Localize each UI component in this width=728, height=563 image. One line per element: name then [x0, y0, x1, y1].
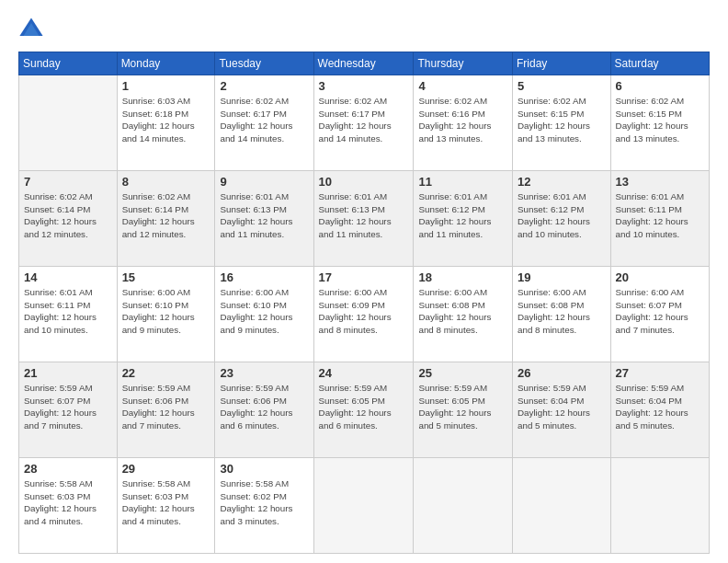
- day-number: 13: [616, 175, 704, 189]
- day-info: Sunrise: 6:00 AM Sunset: 6:08 PM Dayligh…: [518, 286, 606, 337]
- header-cell-tuesday: Tuesday: [215, 52, 313, 75]
- day-number: 24: [319, 366, 409, 380]
- calendar-header-row: SundayMondayTuesdayWednesdayThursdayFrid…: [19, 52, 710, 75]
- day-cell: [610, 458, 709, 554]
- header-cell-friday: Friday: [513, 52, 611, 75]
- day-number: 11: [418, 175, 507, 189]
- day-info: Sunrise: 6:02 AM Sunset: 6:16 PM Dayligh…: [418, 95, 507, 145]
- day-number: 8: [122, 175, 210, 189]
- week-row-2: 7Sunrise: 6:02 AM Sunset: 6:14 PM Daylig…: [19, 171, 710, 267]
- day-cell: 21Sunrise: 5:59 AM Sunset: 6:07 PM Dayli…: [19, 362, 118, 458]
- day-number: 22: [122, 366, 210, 380]
- day-info: Sunrise: 6:02 AM Sunset: 6:14 PM Dayligh…: [24, 190, 112, 241]
- week-row-1: 1Sunrise: 6:03 AM Sunset: 6:18 PM Daylig…: [19, 75, 710, 171]
- day-number: 16: [220, 270, 308, 284]
- day-info: Sunrise: 6:00 AM Sunset: 6:10 PM Dayligh…: [122, 286, 210, 337]
- week-row-4: 21Sunrise: 5:59 AM Sunset: 6:07 PM Dayli…: [19, 362, 710, 458]
- day-number: 20: [616, 270, 704, 284]
- day-info: Sunrise: 5:58 AM Sunset: 6:02 PM Dayligh…: [220, 477, 308, 528]
- day-cell: 29Sunrise: 5:58 AM Sunset: 6:03 PM Dayli…: [117, 458, 215, 554]
- day-cell: 16Sunrise: 6:00 AM Sunset: 6:10 PM Dayli…: [215, 267, 313, 362]
- day-info: Sunrise: 5:58 AM Sunset: 6:03 PM Dayligh…: [24, 477, 112, 528]
- logo: [18, 17, 48, 42]
- day-number: 23: [220, 366, 308, 380]
- day-number: 26: [518, 366, 606, 380]
- day-cell: 17Sunrise: 6:00 AM Sunset: 6:09 PM Dayli…: [313, 267, 414, 362]
- day-info: Sunrise: 5:59 AM Sunset: 6:05 PM Dayligh…: [319, 382, 409, 432]
- day-info: Sunrise: 6:02 AM Sunset: 6:14 PM Dayligh…: [122, 190, 210, 241]
- day-cell: 1Sunrise: 6:03 AM Sunset: 6:18 PM Daylig…: [117, 75, 215, 171]
- header-cell-wednesday: Wednesday: [313, 52, 414, 75]
- day-info: Sunrise: 6:02 AM Sunset: 6:15 PM Dayligh…: [518, 95, 606, 145]
- day-cell: [513, 458, 611, 554]
- day-info: Sunrise: 5:59 AM Sunset: 6:06 PM Dayligh…: [220, 382, 308, 432]
- day-info: Sunrise: 5:59 AM Sunset: 6:07 PM Dayligh…: [24, 382, 112, 432]
- day-info: Sunrise: 6:01 AM Sunset: 6:11 PM Dayligh…: [616, 190, 704, 241]
- day-number: 2: [220, 79, 308, 93]
- day-cell: 4Sunrise: 6:02 AM Sunset: 6:16 PM Daylig…: [414, 75, 513, 171]
- day-number: 17: [319, 270, 409, 284]
- day-info: Sunrise: 6:02 AM Sunset: 6:17 PM Dayligh…: [319, 95, 409, 145]
- day-number: 9: [220, 175, 308, 189]
- day-info: Sunrise: 6:01 AM Sunset: 6:12 PM Dayligh…: [418, 190, 507, 241]
- day-cell: 19Sunrise: 6:00 AM Sunset: 6:08 PM Dayli…: [513, 267, 611, 362]
- day-cell: 22Sunrise: 5:59 AM Sunset: 6:06 PM Dayli…: [117, 362, 215, 458]
- day-cell: 23Sunrise: 5:59 AM Sunset: 6:06 PM Dayli…: [215, 362, 313, 458]
- week-row-3: 14Sunrise: 6:01 AM Sunset: 6:11 PM Dayli…: [19, 267, 710, 362]
- day-number: 28: [24, 462, 112, 476]
- day-info: Sunrise: 6:01 AM Sunset: 6:11 PM Dayligh…: [24, 286, 112, 337]
- header-cell-monday: Monday: [117, 52, 215, 75]
- day-cell: 25Sunrise: 5:59 AM Sunset: 6:05 PM Dayli…: [414, 362, 513, 458]
- day-cell: 14Sunrise: 6:01 AM Sunset: 6:11 PM Dayli…: [19, 267, 118, 362]
- day-number: 25: [418, 366, 507, 380]
- day-info: Sunrise: 5:59 AM Sunset: 6:04 PM Dayligh…: [616, 382, 704, 432]
- day-number: 5: [518, 79, 606, 93]
- day-cell: 27Sunrise: 5:59 AM Sunset: 6:04 PM Dayli…: [610, 362, 709, 458]
- day-cell: [19, 75, 118, 171]
- day-cell: 5Sunrise: 6:02 AM Sunset: 6:15 PM Daylig…: [513, 75, 611, 171]
- day-info: Sunrise: 6:02 AM Sunset: 6:17 PM Dayligh…: [220, 95, 308, 145]
- day-info: Sunrise: 5:59 AM Sunset: 6:06 PM Dayligh…: [122, 382, 210, 432]
- page: SundayMondayTuesdayWednesdayThursdayFrid…: [0, 0, 728, 563]
- day-info: Sunrise: 6:00 AM Sunset: 6:07 PM Dayligh…: [616, 286, 704, 337]
- day-number: 21: [24, 366, 112, 380]
- day-info: Sunrise: 5:58 AM Sunset: 6:03 PM Dayligh…: [122, 477, 210, 528]
- day-number: 19: [518, 270, 606, 284]
- day-number: 3: [319, 79, 409, 93]
- logo-icon: [18, 17, 44, 42]
- day-info: Sunrise: 5:59 AM Sunset: 6:04 PM Dayligh…: [518, 382, 606, 432]
- day-cell: 2Sunrise: 6:02 AM Sunset: 6:17 PM Daylig…: [215, 75, 313, 171]
- day-number: 4: [418, 79, 507, 93]
- day-cell: 18Sunrise: 6:00 AM Sunset: 6:08 PM Dayli…: [414, 267, 513, 362]
- day-cell: 9Sunrise: 6:01 AM Sunset: 6:13 PM Daylig…: [215, 171, 313, 267]
- day-cell: 15Sunrise: 6:00 AM Sunset: 6:10 PM Dayli…: [117, 267, 215, 362]
- day-cell: 30Sunrise: 5:58 AM Sunset: 6:02 PM Dayli…: [215, 458, 313, 554]
- day-cell: 26Sunrise: 5:59 AM Sunset: 6:04 PM Dayli…: [513, 362, 611, 458]
- day-cell: 8Sunrise: 6:02 AM Sunset: 6:14 PM Daylig…: [117, 171, 215, 267]
- day-number: 27: [616, 366, 704, 380]
- day-cell: 28Sunrise: 5:58 AM Sunset: 6:03 PM Dayli…: [19, 458, 118, 554]
- header: [18, 17, 710, 42]
- header-cell-saturday: Saturday: [610, 52, 709, 75]
- day-number: 1: [122, 79, 210, 93]
- day-number: 10: [319, 175, 409, 189]
- day-info: Sunrise: 6:01 AM Sunset: 6:13 PM Dayligh…: [319, 190, 409, 241]
- day-number: 18: [418, 270, 507, 284]
- header-cell-thursday: Thursday: [414, 52, 513, 75]
- day-cell: [414, 458, 513, 554]
- day-number: 30: [220, 462, 308, 476]
- day-number: 15: [122, 270, 210, 284]
- day-cell: 10Sunrise: 6:01 AM Sunset: 6:13 PM Dayli…: [313, 171, 414, 267]
- day-cell: 13Sunrise: 6:01 AM Sunset: 6:11 PM Dayli…: [610, 171, 709, 267]
- day-number: 14: [24, 270, 112, 284]
- day-number: 29: [122, 462, 210, 476]
- header-cell-sunday: Sunday: [19, 52, 118, 75]
- day-cell: 7Sunrise: 6:02 AM Sunset: 6:14 PM Daylig…: [19, 171, 118, 267]
- day-info: Sunrise: 6:01 AM Sunset: 6:12 PM Dayligh…: [518, 190, 606, 241]
- day-number: 7: [24, 175, 112, 189]
- day-info: Sunrise: 6:00 AM Sunset: 6:08 PM Dayligh…: [418, 286, 507, 337]
- day-cell: 11Sunrise: 6:01 AM Sunset: 6:12 PM Dayli…: [414, 171, 513, 267]
- day-cell: 24Sunrise: 5:59 AM Sunset: 6:05 PM Dayli…: [313, 362, 414, 458]
- day-info: Sunrise: 6:00 AM Sunset: 6:10 PM Dayligh…: [220, 286, 308, 337]
- day-cell: 3Sunrise: 6:02 AM Sunset: 6:17 PM Daylig…: [313, 75, 414, 171]
